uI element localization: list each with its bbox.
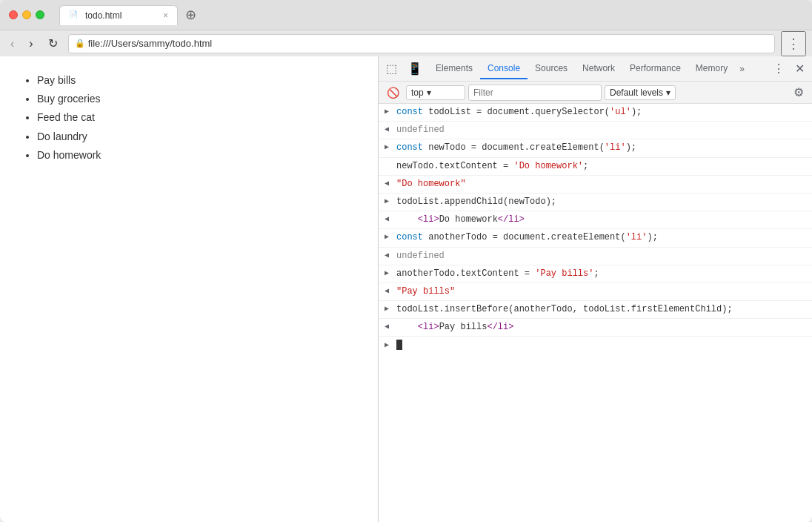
console-line: ▶ const todoList = document.querySelecto… (379, 104, 812, 122)
console-line: ▶ const newTodo = document.createElement… (379, 139, 812, 157)
console-line: ◀ "Do homework" (379, 176, 812, 194)
expand-arrow[interactable]: ▶ (385, 231, 396, 241)
console-filter-input[interactable] (468, 85, 602, 101)
address-bar: ‹ › ↻ 🔒 file:///Users/sammy/todo.html ⋮ (0, 30, 812, 56)
console-code: const todoList = document.querySelector(… (396, 105, 812, 119)
element-picker-button[interactable]: ⬚ (382, 59, 402, 79)
console-code: <li>Do homework</li> (396, 213, 812, 227)
console-line: ▶ const anotherTodo = document.createEle… (379, 229, 812, 247)
log-level-dropdown-icon: ▾ (666, 87, 670, 98)
expand-arrow[interactable]: ▶ (385, 105, 396, 116)
address-icon: 🔒 (75, 39, 85, 48)
console-line: ▶ todoList.insertBefore(anotherTodo, tod… (379, 301, 812, 319)
log-level-label: Default levels (610, 87, 663, 98)
console-log-level-selector[interactable]: Default levels ▾ (605, 85, 676, 100)
console-context-selector[interactable]: top ▾ (406, 85, 465, 100)
devtools-options-button[interactable]: ⋮ (768, 59, 789, 79)
console-cursor (396, 340, 402, 350)
minimize-traffic-light[interactable] (22, 10, 31, 19)
console-output: ▶ const todoList = document.querySelecto… (379, 104, 812, 522)
devtools-toolbar: ⬚ 📱 Elements Console Sources Network Per… (379, 56, 812, 82)
page-content: Pay billsBuy groceriesFeed the catDo lau… (0, 56, 378, 522)
title-bar: 📄 todo.html × ⊕ (0, 0, 812, 30)
result-arrow: ◀ (385, 249, 396, 260)
console-code: anotherTodo.textContent = 'Pay bills'; (396, 267, 812, 281)
expand-arrow[interactable]: ▶ (385, 303, 396, 313)
console-code: todoList.insertBefore(anotherTodo, todoL… (396, 303, 812, 317)
back-button[interactable]: ‹ (6, 34, 19, 53)
expand-arrow[interactable]: ▶ (385, 141, 396, 151)
new-tab-button[interactable]: ⊕ (181, 5, 201, 24)
result-arrow: ◀ (385, 285, 396, 295)
expand-arrow[interactable]: ▶ (385, 195, 396, 205)
device-toolbar-button[interactable]: 📱 (403, 59, 427, 79)
console-code: "Do homework" (396, 177, 812, 191)
console-code: todoList.appendChild(newTodo); (396, 195, 812, 209)
devtools-close-button[interactable]: ✕ (791, 59, 809, 79)
result-arrow: ◀ (385, 213, 396, 223)
address-text: file:///Users/sammy/todo.html (88, 38, 213, 49)
result-arrow: ◀ (385, 320, 396, 331)
todo-item: Buy groceries (37, 90, 356, 108)
browser-window: 📄 todo.html × ⊕ ‹ › ↻ 🔒 file:///Users/sa… (0, 0, 812, 522)
console-line: ◀ undefined (379, 248, 812, 265)
tab-console[interactable]: Console (480, 59, 528, 79)
tab-close-button[interactable]: × (163, 10, 168, 21)
console-line: ◀ <li>Pay bills</li> (379, 319, 812, 337)
result-arrow: ◀ (385, 123, 396, 133)
console-line: ◀ "Pay bills" (379, 283, 812, 301)
tab-sources[interactable]: Sources (528, 59, 575, 79)
todo-list: Pay billsBuy groceriesFeed the catDo lau… (22, 71, 356, 165)
browser-menu-button[interactable]: ⋮ (781, 31, 806, 56)
console-code: undefined (396, 249, 812, 263)
tab-network[interactable]: Network (575, 59, 622, 79)
console-line: ◀ undefined (379, 122, 812, 139)
console-code: const newTodo = document.createElement('… (396, 141, 812, 155)
devtools-tab-bar: Elements Console Sources Network Perform… (428, 59, 767, 79)
context-label: top (411, 87, 424, 98)
console-code: newTodo.textContent = 'Do homework'; (396, 159, 812, 174)
tab-elements[interactable]: Elements (428, 59, 480, 79)
more-tabs-button[interactable]: » (735, 61, 749, 77)
tab-memory[interactable]: Memory (688, 59, 735, 79)
tab-title: todo.html (85, 10, 157, 21)
todo-item: Do homework (37, 146, 356, 165)
close-traffic-light[interactable] (9, 10, 18, 19)
console-settings-button[interactable]: ⚙ (790, 83, 808, 102)
context-dropdown-icon: ▾ (427, 87, 431, 98)
maximize-traffic-light[interactable] (36, 10, 44, 19)
console-code: <li>Pay bills</li> (396, 320, 812, 334)
console-line: ▶ anotherTodo.textContent = 'Pay bills'; (379, 265, 812, 283)
active-tab[interactable]: 📄 todo.html × (59, 5, 178, 25)
address-input[interactable]: 🔒 file:///Users/sammy/todo.html (68, 34, 775, 53)
indent (385, 159, 396, 161)
traffic-lights (9, 10, 44, 19)
console-code: "Pay bills" (396, 285, 812, 299)
console-input-arrow: ▶ (385, 340, 396, 349)
expand-arrow[interactable]: ▶ (385, 267, 396, 277)
tab-favicon: 📄 (69, 10, 79, 21)
tab-performance[interactable]: Performance (622, 59, 688, 79)
devtools-panel: ⬚ 📱 Elements Console Sources Network Per… (378, 56, 812, 522)
console-toolbar: 🚫 top ▾ Default levels ▾ ⚙ (379, 82, 812, 104)
console-input-line[interactable]: ▶ (379, 337, 812, 353)
reload-button[interactable]: ↻ (44, 33, 62, 53)
forward-button[interactable]: › (24, 34, 37, 53)
todo-item: Feed the cat (37, 108, 356, 127)
content-area: Pay billsBuy groceriesFeed the catDo lau… (0, 56, 812, 522)
result-arrow: ◀ (385, 177, 396, 188)
console-clear-button[interactable]: 🚫 (383, 85, 403, 101)
todo-item: Do laundry (37, 128, 356, 146)
console-line: newTodo.textContent = 'Do homework'; (379, 158, 812, 176)
todo-item: Pay bills (37, 71, 356, 90)
console-line: ▶ todoList.appendChild(newTodo); (379, 194, 812, 211)
console-line: ◀ <li>Do homework</li> (379, 211, 812, 229)
console-code: undefined (396, 123, 812, 137)
console-code: const anotherTodo = document.createEleme… (396, 231, 812, 245)
tab-bar: 📄 todo.html × ⊕ (59, 5, 803, 25)
